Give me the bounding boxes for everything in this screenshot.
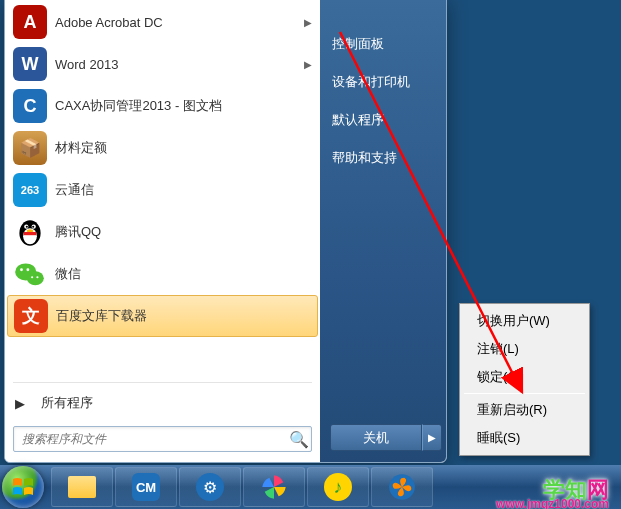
program-wechat[interactable]: 微信 xyxy=(7,253,318,295)
search-row: 🔍 xyxy=(5,420,320,462)
program-label: Adobe Acrobat DC xyxy=(55,15,304,30)
all-programs-label: 所有程序 xyxy=(41,394,93,412)
chat-bubbles-icon xyxy=(13,257,47,291)
program-label: 腾讯QQ xyxy=(55,223,312,241)
shutdown-split-button: 关机 ▶ xyxy=(330,424,442,451)
fan-icon xyxy=(388,473,416,501)
start-menu-right: 控制面板 设备和打印机 默认程序 帮助和支持 xyxy=(320,0,446,462)
word-icon: W xyxy=(13,47,47,81)
program-cloud263[interactable]: 263 云通信 xyxy=(7,169,318,211)
power-logoff[interactable]: 注销(L) xyxy=(463,335,586,363)
materials-icon: 📦 xyxy=(13,131,47,165)
search-box[interactable]: 🔍 xyxy=(13,426,312,452)
folder-icon xyxy=(68,476,96,498)
taskbar-explorer[interactable] xyxy=(51,467,113,507)
power-options-menu: 切换用户(W) 注销(L) 锁定(O) 重新启动(R) 睡眠(S) xyxy=(459,303,590,456)
svg-point-13 xyxy=(36,276,38,278)
qq-icon xyxy=(13,215,47,249)
program-label: Word 2013 xyxy=(55,57,304,72)
program-baidudoc[interactable]: 文 百度文库下载器 xyxy=(7,295,318,337)
submenu-arrow-icon: ▶ xyxy=(304,17,312,28)
caxa-icon: C xyxy=(13,89,47,123)
power-switch-user[interactable]: 切换用户(W) xyxy=(463,307,586,335)
triangle-right-icon: ▶ xyxy=(15,396,25,411)
program-list: A Adobe Acrobat DC ▶ W Word 2013 ▶ C CAX… xyxy=(5,0,320,379)
acrobat-icon: A xyxy=(13,5,47,39)
search-input[interactable] xyxy=(14,432,287,446)
music-note-icon: ♪ xyxy=(324,473,352,501)
power-sleep[interactable]: 睡眠(S) xyxy=(463,424,586,452)
program-caxa[interactable]: C CAXA协同管理2013 - 图文档 xyxy=(7,85,318,127)
taskbar-app-cm[interactable]: CM xyxy=(115,467,177,507)
svg-point-5 xyxy=(32,226,34,228)
program-label: 云通信 xyxy=(55,181,312,199)
start-menu-left: A Adobe Acrobat DC ▶ W Word 2013 ▶ C CAX… xyxy=(5,0,320,462)
start-button[interactable] xyxy=(2,466,44,508)
gear-icon: ⚙ xyxy=(196,473,224,501)
program-label: 微信 xyxy=(55,265,312,283)
shutdown-menu-arrow[interactable]: ▶ xyxy=(422,424,442,451)
wechat-icon xyxy=(13,257,47,291)
program-label: 百度文库下载器 xyxy=(56,307,311,325)
windows-logo-icon xyxy=(11,475,35,499)
baidudoc-icon: 文 xyxy=(14,299,48,333)
separator xyxy=(464,393,585,394)
right-default-programs[interactable]: 默认程序 xyxy=(320,101,446,139)
power-lock[interactable]: 锁定(O) xyxy=(463,363,586,391)
penguin-icon xyxy=(13,215,47,249)
submenu-arrow-icon: ▶ xyxy=(304,59,312,70)
taskbar-app-pinwheel[interactable] xyxy=(243,467,305,507)
svg-rect-7 xyxy=(24,232,37,235)
pinwheel-icon xyxy=(260,473,288,501)
program-acrobat[interactable]: A Adobe Acrobat DC ▶ xyxy=(7,1,318,43)
right-control-panel[interactable]: 控制面板 xyxy=(320,25,446,63)
taskbar-app-fan[interactable] xyxy=(371,467,433,507)
watermark-url: www.jmqz1000.com xyxy=(496,497,609,509)
svg-point-10 xyxy=(20,268,23,271)
cloud263-icon: 263 xyxy=(13,173,47,207)
svg-point-4 xyxy=(26,226,28,228)
all-programs[interactable]: ▶ 所有程序 xyxy=(5,386,320,420)
search-icon: 🔍 xyxy=(287,430,311,449)
shutdown-button[interactable]: 关机 xyxy=(330,424,422,451)
power-restart[interactable]: 重新启动(R) xyxy=(463,396,586,424)
program-word[interactable]: W Word 2013 ▶ xyxy=(7,43,318,85)
right-devices-printers[interactable]: 设备和打印机 xyxy=(320,63,446,101)
svg-point-11 xyxy=(26,268,29,271)
taskbar-app-music[interactable]: ♪ xyxy=(307,467,369,507)
taskbar-app-gear[interactable]: ⚙ xyxy=(179,467,241,507)
program-label: 材料定额 xyxy=(55,139,312,157)
separator xyxy=(13,382,312,383)
start-menu: A Adobe Acrobat DC ▶ W Word 2013 ▶ C CAX… xyxy=(4,0,447,463)
right-help-support[interactable]: 帮助和支持 xyxy=(320,139,446,177)
program-materials[interactable]: 📦 材料定额 xyxy=(7,127,318,169)
program-label: CAXA协同管理2013 - 图文档 xyxy=(55,97,312,115)
svg-point-9 xyxy=(27,271,44,285)
program-qq[interactable]: 腾讯QQ xyxy=(7,211,318,253)
svg-point-12 xyxy=(31,276,33,278)
app-icon: CM xyxy=(132,473,160,501)
